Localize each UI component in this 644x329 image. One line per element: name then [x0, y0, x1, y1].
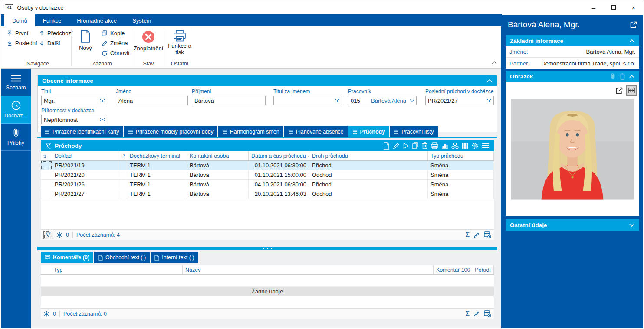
row-selector-cell[interactable] [41, 161, 52, 170]
prijmeni-input[interactable]: Bártová [192, 96, 266, 105]
ribbon-collapse-button[interactable] [491, 59, 497, 66]
delete-image-icon[interactable] [620, 73, 625, 80]
grid-menu-icon[interactable] [482, 143, 490, 149]
table-row[interactable]: PR/2021/20 TERM 1 Bártová 01.10.2021 15:… [41, 170, 494, 180]
tab-obchodni-text[interactable]: Obchodní text ( ) [94, 252, 150, 263]
printer-icon [173, 30, 186, 42]
pracovnik-combo[interactable]: 015 Bártová Alena [348, 96, 417, 105]
main-area: Obecné informace Titul Mgr. Jméno Alena … [31, 69, 502, 328]
comments-tab-strip: Komentáře (0) Obchodní text ( ) Interní … [41, 252, 198, 263]
tab-harmonogram-smen[interactable]: Harmonogram směn [218, 126, 283, 137]
sidebar-item-dochazka[interactable]: Docház... [1, 96, 31, 124]
edit-footer-icon[interactable] [473, 231, 480, 238]
table-row[interactable]: PR/2021/26 TERM 1 Bártová 04.10.2021 06:… [41, 180, 494, 189]
pinned-rows-icon[interactable] [56, 232, 62, 238]
expand-section-button[interactable] [629, 222, 635, 228]
new-button[interactable]: Nový [76, 30, 95, 51]
fit-width-button[interactable] [626, 85, 637, 96]
ribbon-tab-funkce[interactable]: Funkce [35, 14, 69, 26]
collapse-section-button[interactable] [486, 78, 493, 84]
comments-column-headers: Typ Název Komentář 100 Pořadí [41, 265, 494, 275]
chevron-up-icon [486, 79, 493, 83]
table-row[interactable]: PR/2021/27 TERM 1 Bártová 20.10.2021 13:… [41, 189, 494, 199]
chevron-down-icon [410, 99, 414, 102]
ribbon-tab-hromadne-akce[interactable]: Hromadné akce [69, 14, 125, 26]
grid-settings-icon[interactable] [484, 231, 491, 238]
footer-filter-button[interactable] [43, 231, 53, 239]
column-header-komentar[interactable]: Komentář 100 [434, 265, 473, 274]
pinned-rows-icon[interactable] [43, 311, 49, 317]
change-button[interactable]: Změna [102, 40, 128, 46]
open-in-window-button[interactable] [630, 21, 637, 29]
column-header-kontakt[interactable]: Kontaktní osoba [187, 151, 249, 160]
column-header-p[interactable]: P [118, 151, 127, 160]
person-name-title: Bártová Alena, Mgr. [508, 20, 580, 29]
next-button[interactable]: Další [39, 40, 60, 46]
fit-width-icon [628, 88, 635, 93]
column-header-s[interactable]: s [41, 151, 52, 160]
filter-icon [45, 143, 52, 149]
column-header-typ[interactable]: Typ průchodu [428, 151, 494, 160]
previous-button[interactable]: Předchozí [39, 30, 73, 36]
maximize-button[interactable] [604, 0, 624, 14]
tab-planovane-absence[interactable]: Plánované absence [284, 126, 348, 137]
sum-button[interactable]: Σ [465, 231, 470, 239]
edit-icon[interactable] [393, 142, 400, 149]
column-header-terminal[interactable]: Docházkový terminál [127, 151, 187, 160]
group-separator [71, 29, 72, 66]
copy-button[interactable]: Kopie [102, 30, 125, 36]
sidebar-item-prilohy[interactable]: Přílohy [1, 124, 31, 151]
chart-icon[interactable] [441, 143, 448, 149]
functions-print-button[interactable]: Funkce a tisk [167, 30, 192, 56]
tab-pracovni-listy[interactable]: Pracovní listy [390, 126, 437, 137]
tab-komentare[interactable]: Komentáře (0) [41, 252, 93, 263]
last-button[interactable]: Poslední [7, 40, 37, 46]
columns-icon[interactable] [462, 142, 468, 149]
tab-identifikacni-karty[interactable]: Přiřazené identifikační karty [41, 126, 123, 137]
section-header: Ostatní údaje [506, 219, 639, 231]
collapse-section-button[interactable] [629, 38, 635, 44]
tab-pruchody[interactable]: Průchody [348, 126, 389, 137]
titul-za-jmenem-combo[interactable] [273, 96, 342, 105]
copy-icon [102, 30, 108, 36]
print-icon[interactable] [431, 142, 438, 149]
ribbon-tab-domu[interactable]: Domů [4, 14, 35, 26]
posledni-pruchod-combo[interactable]: PR/2021/27 [425, 96, 494, 105]
jmeno-input[interactable]: Alena [116, 96, 188, 105]
chevron-up-icon [491, 61, 497, 65]
sidebar-item-seznam[interactable]: Seznam [1, 69, 31, 96]
horizontal-splitter[interactable] [37, 247, 497, 250]
refresh-button[interactable]: Obnovit [102, 50, 130, 56]
pritomnost-combo[interactable]: Nepřítomnost [41, 115, 107, 124]
column-header-nazev[interactable]: Název [183, 265, 434, 274]
invalidate-button[interactable]: Zneplatnění [134, 30, 163, 52]
open-image-button[interactable] [614, 85, 624, 96]
empty-row [41, 296, 494, 308]
sum-button[interactable]: Σ [465, 310, 470, 318]
grid-settings-icon[interactable] [484, 310, 491, 317]
delete-icon[interactable] [422, 142, 428, 149]
column-header-poradi[interactable]: Pořadí [473, 265, 494, 274]
settings-gear-icon[interactable] [471, 142, 479, 150]
table-row[interactable]: PR/2021/19 TERM 1 Bártová 01.10.2021 06:… [41, 161, 494, 170]
field-pracovnik: Pracovník 015 Bártová Alena [348, 88, 417, 105]
tab-modely-pracovni-doby[interactable]: Přiřazené modely pracovní doby [124, 126, 217, 137]
new-record-icon[interactable] [383, 142, 390, 150]
titul-combo[interactable]: Mgr. [41, 96, 107, 105]
ribbon-tab-system[interactable]: Systém [125, 14, 159, 26]
attach-image-icon[interactable] [610, 73, 616, 80]
column-header-doklad[interactable]: Doklad [52, 151, 118, 160]
workflow-icon[interactable] [451, 142, 459, 149]
tab-interni-text[interactable]: Interní text ( ) [151, 252, 198, 263]
k2-logo-icon: K2 [5, 4, 13, 10]
column-header-typ[interactable]: Typ [51, 265, 183, 274]
first-button[interactable]: První [7, 30, 28, 36]
column-header-druh[interactable]: Druh průchodu [309, 151, 428, 160]
copy-record-icon[interactable] [412, 142, 419, 149]
minimize-button[interactable]: – [584, 0, 604, 14]
run-icon[interactable] [403, 143, 409, 149]
edit-footer-icon[interactable] [473, 310, 480, 317]
collapse-section-button[interactable] [629, 73, 635, 80]
column-header-datum[interactable]: Datum a čas průchodu▲ [249, 151, 309, 160]
close-button[interactable]: × [624, 0, 644, 14]
